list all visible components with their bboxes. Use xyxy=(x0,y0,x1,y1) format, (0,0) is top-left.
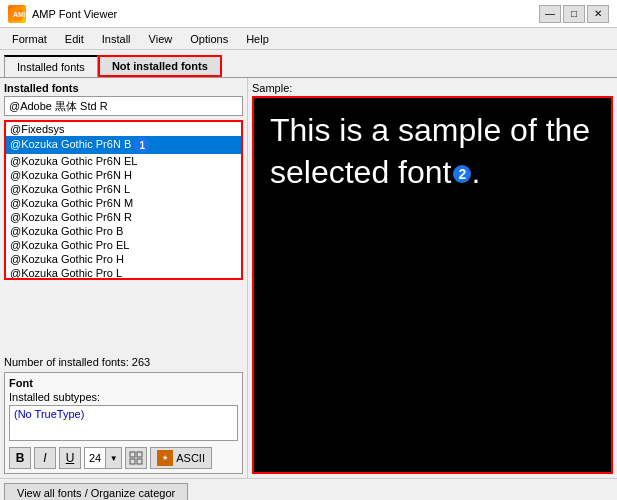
svg-rect-3 xyxy=(137,452,142,457)
font-item-kozuka-gothic-pr6n-l[interactable]: @Kozuka Gothic Pr6N L xyxy=(6,182,241,196)
italic-button[interactable]: I xyxy=(34,447,56,469)
ascii-button[interactable]: ★ ASCII xyxy=(150,447,212,469)
svg-rect-5 xyxy=(137,459,142,464)
app-icon: AMP xyxy=(8,5,26,23)
right-panel: Sample: This is a sample of the selected… xyxy=(248,78,617,478)
font-item-kozuka-gothic-pr6n-m[interactable]: @Kozuka Gothic Pr6N M xyxy=(6,196,241,210)
left-panel: Installed fonts @Adobe 黒体 Std R @Fixedsy… xyxy=(0,78,248,478)
subtypes-list: (No TrueType) xyxy=(9,405,238,441)
tab-not-installed-fonts[interactable]: Not installed fonts xyxy=(98,55,222,77)
sample-text: This is a sample of the selected font2. xyxy=(270,110,595,193)
grid-button[interactable] xyxy=(125,447,147,469)
annotation-1: 1 xyxy=(134,137,150,153)
maximize-button[interactable]: □ xyxy=(563,5,585,23)
font-item-kozuka-gothic-pr6n-el[interactable]: @Kozuka Gothic Pr6N EL xyxy=(6,154,241,168)
organize-button[interactable]: View all fonts / Organize categor xyxy=(4,483,188,500)
font-count-label: Number of installed fonts: xyxy=(4,356,129,368)
ascii-icon: ★ xyxy=(157,450,173,466)
font-item-kozuka-gothic-pr6n-h[interactable]: @Kozuka Gothic Pr6N H xyxy=(6,168,241,182)
installed-fonts-label: Installed fonts xyxy=(4,82,243,94)
subtypes-label: Installed subtypes: xyxy=(9,391,238,403)
menu-format[interactable]: Format xyxy=(4,31,55,47)
size-value: 24 xyxy=(85,452,105,464)
svg-text:AMP: AMP xyxy=(13,11,25,18)
bottom-row: View all fonts / Organize categor xyxy=(0,478,617,500)
menu-help[interactable]: Help xyxy=(238,31,277,47)
font-count: Number of installed fonts: 263 xyxy=(4,356,243,368)
underline-button[interactable]: U xyxy=(59,447,81,469)
titlebar-left: AMP AMP Font Viewer xyxy=(8,5,117,23)
font-item-kozuka-gothic-pro-el[interactable]: @Kozuka Gothic Pro EL xyxy=(6,238,241,252)
size-dropdown-arrow[interactable]: ▼ xyxy=(105,448,121,468)
format-toolbar: B I U 24 ▼ ★ ASCII xyxy=(9,447,238,469)
titlebar-controls: — □ ✕ xyxy=(539,5,609,23)
font-item-kozuka-gothic-pr6n-r[interactable]: @Kozuka Gothic Pr6N R xyxy=(6,210,241,224)
menu-options[interactable]: Options xyxy=(182,31,236,47)
font-list-container: @Fixedsys @Kozuka Gothic Pr6N B 1 @Kozuk… xyxy=(4,120,243,352)
svg-rect-2 xyxy=(130,452,135,457)
close-button[interactable]: ✕ xyxy=(587,5,609,23)
font-item-kozuka-gothic-pro-b[interactable]: @Kozuka Gothic Pro B xyxy=(6,224,241,238)
font-count-value: 263 xyxy=(132,356,150,368)
svg-rect-4 xyxy=(130,459,135,464)
annotation-2: 2 xyxy=(453,165,471,183)
main-content: Installed fonts @Adobe 黒体 Std R @Fixedsy… xyxy=(0,78,617,478)
app-title: AMP Font Viewer xyxy=(32,8,117,20)
sample-box: This is a sample of the selected font2. xyxy=(252,96,613,474)
font-item-kozuka-gothic-pro-l[interactable]: @Kozuka Gothic Pro L xyxy=(6,266,241,280)
menu-install[interactable]: Install xyxy=(94,31,139,47)
minimize-button[interactable]: — xyxy=(539,5,561,23)
menu-edit[interactable]: Edit xyxy=(57,31,92,47)
font-list[interactable]: @Fixedsys @Kozuka Gothic Pr6N B 1 @Kozuk… xyxy=(4,120,243,280)
tabs-row: Installed fonts Not installed fonts xyxy=(0,50,617,78)
sample-label: Sample: xyxy=(252,82,613,94)
current-font-display: @Adobe 黒体 Std R xyxy=(4,96,243,116)
font-box-title: Font xyxy=(9,377,238,389)
menubar: Format Edit Install View Options Help xyxy=(0,28,617,50)
bold-button[interactable]: B xyxy=(9,447,31,469)
ascii-label: ASCII xyxy=(176,452,205,464)
font-item-kozuka-gothic-pro-h[interactable]: @Kozuka Gothic Pro H xyxy=(6,252,241,266)
font-item-kozuka-gothic-pr6n-b[interactable]: @Kozuka Gothic Pr6N B 1 xyxy=(6,136,241,154)
titlebar: AMP AMP Font Viewer — □ ✕ xyxy=(0,0,617,28)
tab-installed-fonts[interactable]: Installed fonts xyxy=(4,55,98,77)
menu-view[interactable]: View xyxy=(141,31,181,47)
font-item-fixedsys[interactable]: @Fixedsys xyxy=(6,122,241,136)
font-box: Font Installed subtypes: (No TrueType) B… xyxy=(4,372,243,474)
size-selector[interactable]: 24 ▼ xyxy=(84,447,122,469)
